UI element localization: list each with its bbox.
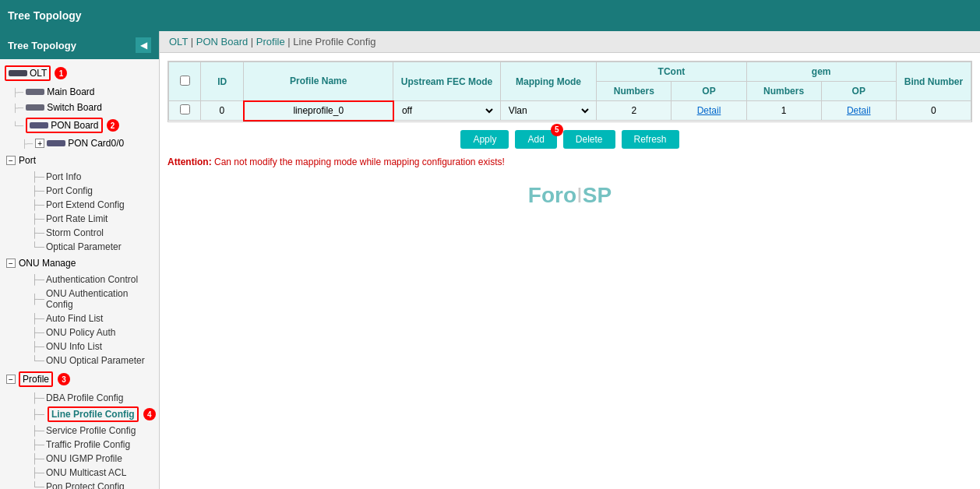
nav-pon-board[interactable]: PON Board [196, 36, 248, 47]
menu-item-onu-optical-param[interactable]: └─ ONU Optical Parameter [19, 354, 159, 368]
pon-card-icon [47, 140, 65, 146]
gem-detail-link[interactable]: Detail [847, 105, 871, 116]
switch-board-icon [26, 104, 44, 111]
tree-node-pon-board[interactable]: └─ PON Board 2 [0, 115, 159, 135]
row-tcont-numbers: 2 [597, 101, 672, 121]
th-checkbox [169, 62, 201, 101]
menu-item-port-rate-limit[interactable]: ├─ Port Rate Limit [19, 212, 159, 226]
menu-item-port-config[interactable]: ├─ Port Config [19, 184, 159, 198]
menu-item-pon-protect[interactable]: └─ Pon Protect Config [19, 480, 159, 489]
attention-message: Can not modify the mapping mode while ma… [214, 157, 505, 167]
watermark-text: ForoISP [528, 183, 612, 207]
menu-item-service-profile[interactable]: ├─ Service Profile Config [19, 424, 159, 438]
nav-profile[interactable]: Profile [256, 36, 285, 47]
nav-bar: OLT | PON Board | Profile | Line Profile… [160, 31, 980, 53]
th-gem-numbers: Numbers [746, 82, 821, 101]
table-wrapper: ID Profile Name Upstream FEC Mode Mappin… [167, 61, 972, 122]
line-profile-label: Line Profile Config [51, 409, 135, 420]
menu-item-auth-control[interactable]: ├─ Authentication Control [19, 273, 159, 287]
menu-item-onu-auth-config[interactable]: ├─ ONU Authentication Config [19, 287, 159, 311]
line-profile-table: ID Profile Name Upstream FEC Mode Mappin… [168, 62, 971, 121]
attention-label: Attention: [167, 157, 212, 167]
port-items: ├─ Port Info ├─ Port Config ├─ Port Exte… [0, 170, 159, 254]
select-all-checkbox[interactable] [180, 76, 190, 86]
delete-button[interactable]: Delete [563, 130, 615, 149]
tree-node-switch-board[interactable]: ├─ Switch Board [0, 100, 159, 115]
menu-item-traffic-profile[interactable]: ├─ Traffic Profile Config [19, 438, 159, 452]
row-profile-name[interactable] [244, 101, 393, 121]
menu-item-line-profile[interactable]: ├─ Line Profile Config 4 [19, 405, 159, 424]
menu-item-storm-control[interactable]: ├─ Storm Control [19, 226, 159, 240]
tree-node-olt[interactable]: OLT 1 [0, 62, 159, 84]
profile-badge: 3 [58, 373, 70, 385]
th-id: ID [201, 62, 244, 101]
pon-board-label: PON Board [51, 120, 98, 131]
sidebar-toggle-button[interactable]: ◀ [136, 37, 151, 53]
menu-item-onu-info-list[interactable]: ├─ ONU Info List [19, 339, 159, 354]
row-checkbox[interactable] [180, 104, 190, 114]
sidebar-header: Tree Topology ◀ [0, 31, 159, 59]
menu-item-auto-find-list[interactable]: ├─ Auto Find List [19, 311, 159, 325]
menu-item-optical-parameter[interactable]: └─ Optical Parameter [19, 240, 159, 254]
refresh-button[interactable]: Refresh [622, 130, 679, 149]
row-mapping-mode[interactable]: Vlan GEM TcontID [500, 101, 597, 121]
menu-item-onu-multicast[interactable]: ├─ ONU Multicast ACL [19, 466, 159, 480]
menu-item-onu-igmp[interactable]: ├─ ONU IGMP Profile [19, 452, 159, 466]
th-tcont-numbers: Numbers [597, 82, 672, 101]
row-id: 0 [201, 101, 244, 121]
app-title: Tree Topology [8, 9, 82, 22]
onu-section-toggle[interactable]: − [6, 259, 16, 268]
table-scroll[interactable]: ID Profile Name Upstream FEC Mode Mappin… [168, 62, 971, 121]
apply-button[interactable]: Apply [460, 130, 509, 149]
th-bind-number: Bind Number [896, 62, 971, 101]
pon-board-icon [30, 122, 48, 128]
tree-root: OLT 1 ├─ Main Board ├─ Switch Board [0, 59, 159, 489]
add-badge: 5 [551, 124, 563, 136]
app-container: Tree Topology Tree Topology ◀ OLT 1 [0, 0, 980, 489]
attention-text: Attention: Can not modify the mapping mo… [167, 157, 972, 167]
watermark: ForoISP [167, 183, 972, 208]
row-tcont-op[interactable]: Detail [672, 101, 746, 121]
menu-item-onu-policy-auth[interactable]: ├─ ONU Policy Auth [19, 325, 159, 339]
nav-olt[interactable]: OLT [169, 36, 188, 47]
tree-node-main-board[interactable]: ├─ Main Board [0, 84, 159, 100]
row-gem-op[interactable]: Detail [821, 101, 896, 121]
tcont-detail-link[interactable]: Detail [697, 105, 721, 116]
main-board-icon [26, 89, 44, 95]
olt-label: OLT [30, 68, 47, 79]
onu-section-label: ONU Manage [19, 258, 76, 269]
profile-name-input[interactable] [249, 105, 388, 116]
fec-select[interactable]: off on [399, 104, 495, 117]
port-section-header[interactable]: − Port [0, 151, 159, 170]
th-gem: gem [746, 62, 896, 82]
row-bind-number: 0 [896, 101, 971, 121]
add-button-wrapper: Add 5 [515, 130, 556, 149]
content-area: ID Profile Name Upstream FEC Mode Mappin… [160, 53, 980, 489]
tree-node-pon-card[interactable]: ├─ + PON Card0/0 [0, 135, 159, 151]
profile-section-toggle[interactable]: − [6, 375, 16, 384]
th-profile-name: Profile Name [244, 62, 393, 101]
olt-badge: 1 [55, 67, 67, 79]
switch-board-label: Switch Board [47, 102, 102, 113]
menu-item-dba-profile[interactable]: ├─ DBA Profile Config [19, 391, 159, 405]
onu-items: ├─ Authentication Control ├─ ONU Authent… [0, 273, 159, 368]
profile-section-label: Profile [23, 374, 49, 385]
profile-section-header[interactable]: − Profile 3 [0, 368, 159, 391]
nav-current: Line Profile Config [293, 36, 375, 47]
menu-item-port-extend-config[interactable]: ├─ Port Extend Config [19, 198, 159, 212]
th-tcont-op: OP [672, 82, 746, 101]
th-tcont: TCont [597, 62, 746, 82]
row-checkbox-cell [169, 101, 201, 121]
profile-items: ├─ DBA Profile Config ├─ Line Profile Co… [0, 391, 159, 489]
mapping-select[interactable]: Vlan GEM TcontID [506, 104, 592, 117]
line-profile-badge: 4 [143, 408, 156, 420]
main-board-label: Main Board [47, 86, 94, 97]
row-upstream-fec[interactable]: off on [393, 101, 500, 121]
th-mapping-mode: Mapping Mode [500, 62, 597, 101]
port-section-toggle[interactable]: − [6, 156, 16, 165]
pon-board-badge: 2 [107, 119, 119, 132]
th-upstream-fec: Upstream FEC Mode [393, 62, 500, 101]
onu-section-header[interactable]: − ONU Manage [0, 254, 159, 273]
pon-card-collapse[interactable]: + [35, 139, 44, 148]
menu-item-port-info[interactable]: ├─ Port Info [19, 170, 159, 184]
